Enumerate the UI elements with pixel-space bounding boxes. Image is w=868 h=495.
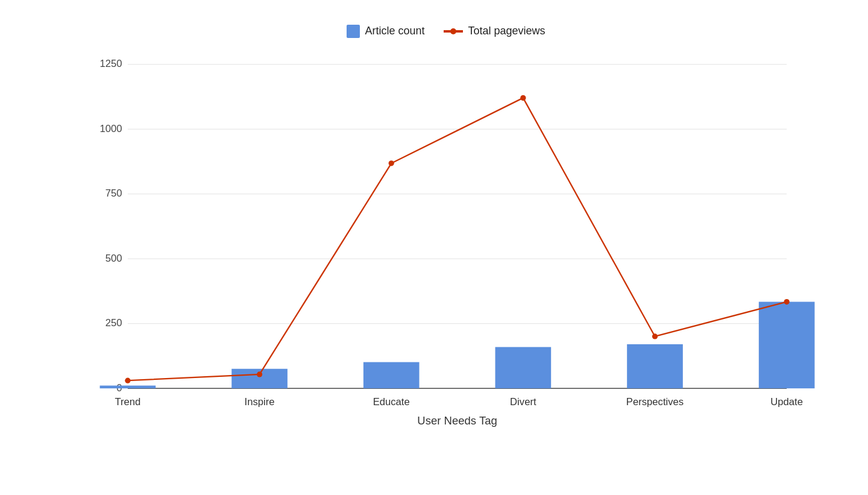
x-axis-title: User Needs Tag [417, 414, 497, 427]
dot-divert [520, 95, 526, 100]
bar-update [759, 301, 815, 388]
x-label-inspire: Inspire [245, 396, 275, 407]
y-label-1000: 1000 [100, 122, 122, 134]
legend-article-count: Article count [347, 25, 424, 38]
chart-container: Article count Total pageviews 1250 1000 … [18, 13, 850, 483]
bar-educate [363, 362, 420, 388]
x-label-perspectives: Perspectives [626, 396, 684, 407]
x-label-trend: Trend [115, 396, 140, 407]
y-label-250: 250 [105, 317, 122, 329]
chart-area: 1250 1000 750 500 250 0 [66, 48, 826, 427]
dot-update [784, 298, 790, 304]
bar-trend [100, 385, 156, 388]
x-label-educate: Educate [373, 396, 410, 407]
bar-divert [495, 347, 552, 388]
dot-trend [125, 377, 130, 383]
dot-perspectives [652, 333, 658, 339]
chart-svg: 1250 1000 750 500 250 0 [66, 48, 826, 427]
legend-bar-icon [347, 25, 360, 38]
bar-perspectives [627, 344, 683, 388]
x-label-divert: Divert [510, 396, 536, 407]
chart-legend: Article count Total pageviews [66, 25, 826, 38]
y-label-750: 750 [105, 188, 122, 199]
y-label-500: 500 [105, 252, 122, 263]
legend-total-pageviews-label: Total pageviews [468, 25, 545, 37]
legend-line-icon [444, 30, 463, 33]
x-label-update: Update [770, 396, 803, 407]
legend-total-pageviews: Total pageviews [444, 25, 545, 37]
line-total-pageviews [128, 98, 787, 380]
legend-article-count-label: Article count [365, 25, 424, 37]
dot-educate [389, 160, 394, 166]
y-label-1250: 1250 [100, 58, 122, 69]
dot-inspire [257, 371, 262, 377]
